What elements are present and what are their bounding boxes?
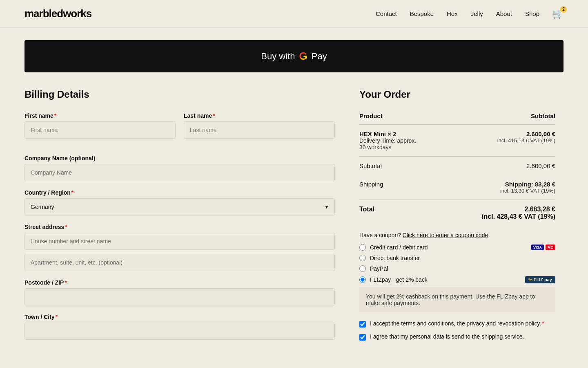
fliz-radio[interactable] [359, 276, 366, 283]
street2-input[interactable] [24, 254, 335, 271]
revocation-link[interactable]: revocation policy. [497, 320, 541, 327]
product-name: HEX Mini × 2 [359, 130, 416, 137]
nav-hex[interactable]: Hex [447, 10, 458, 17]
credit-card-label[interactable]: Credit card / debit card [370, 244, 428, 251]
credit-card-radio[interactable] [359, 244, 366, 251]
terms-checkbox[interactable] [359, 321, 366, 328]
town-label: Town / City* [24, 314, 335, 320]
gpay-banner[interactable]: Buy with G Pay [24, 40, 564, 72]
order-section: Your Order Product Subtotal HEX Mini × 2… [359, 89, 555, 348]
company-input[interactable] [24, 164, 335, 181]
fliz-pay-text: pay [544, 277, 552, 282]
subtotal-label: Subtotal [359, 162, 382, 169]
postcode-group: Postcode / ZIP* [24, 279, 335, 305]
postcode-required: * [65, 279, 67, 286]
gpay-buy-text: Buy with [261, 51, 295, 62]
product-vat: incl. 415,13 € VAT (19%) [497, 137, 555, 144]
g-icon: G [299, 50, 307, 63]
first-name-required: * [54, 112, 56, 119]
nav-shop[interactable]: Shop [525, 10, 539, 17]
country-select-wrapper: Germany Austria Switzerland ▼ [24, 198, 335, 215]
last-name-input[interactable] [184, 121, 335, 139]
main-layout: Billing Details First name* Last name* C… [0, 72, 588, 364]
town-group: Town / City* [24, 314, 335, 340]
payment-credit-card: Credit card / debit card VISA MC [359, 244, 555, 251]
fliz-badge: % FLIZ pay [525, 276, 555, 283]
nav-about[interactable]: About [496, 10, 512, 17]
company-label: Company Name (optional) [24, 155, 335, 162]
cart-badge: 2 [560, 6, 567, 13]
product-info: HEX Mini × 2 Delivery Time: approx. 30 w… [359, 130, 416, 150]
shipping-price: Shipping: 83,28 € incl. 13,30 € VAT (19%… [500, 181, 555, 194]
header: marbledworks Contact Bespoke Hex Jelly A… [0, 0, 588, 28]
nav-jelly[interactable]: Jelly [471, 10, 483, 17]
postcode-input[interactable] [24, 288, 335, 305]
terms-link[interactable]: terms and conditions [401, 320, 454, 327]
total-price: 2.683,28 € incl. 428,43 € VAT (19%) [482, 206, 555, 220]
coupon-text: Have a coupon? [359, 232, 401, 238]
shipping-label: Shipping [359, 181, 383, 188]
country-group: Country / Region* Germany Austria Switze… [24, 189, 335, 215]
name-row: First name* Last name* [24, 112, 335, 147]
shipping-row: Shipping Shipping: 83,28 € incl. 13,30 €… [359, 175, 555, 200]
first-name-group: First name* [24, 112, 176, 139]
street-label: Street address* [24, 224, 335, 230]
gpay-logo: G [299, 50, 307, 63]
privacy-link[interactable]: privacy [467, 320, 485, 327]
product-detail2: 30 workdays [359, 144, 416, 150]
payment-bank-transfer: Direct bank transfer [359, 255, 555, 261]
town-input[interactable] [24, 323, 335, 340]
data-consent-checkbox[interactable] [359, 334, 366, 341]
coupon-link[interactable]: Click here to enter a coupon code [403, 232, 488, 238]
company-group: Company Name (optional) [24, 155, 335, 181]
last-name-required: * [213, 112, 215, 119]
bank-transfer-label[interactable]: Direct bank transfer [370, 255, 420, 261]
subtotal-price: 2.600,00 € [526, 162, 555, 169]
fliz-info-text: You will get 2% cashback on this payment… [366, 293, 535, 306]
last-name-label: Last name* [184, 112, 335, 119]
payment-paypal: PayPal [359, 265, 555, 272]
payment-methods: Credit card / debit card VISA MC Direct … [359, 244, 555, 283]
last-name-group: Last name* [184, 112, 335, 139]
billing-section: Billing Details First name* Last name* C… [24, 89, 335, 348]
checkbox-terms-row: I accept the terms and conditions, the p… [359, 320, 555, 328]
cart-button[interactable]: 🛒 2 [552, 9, 564, 19]
bank-transfer-radio[interactable] [359, 255, 366, 261]
gpay-pay-text: Pay [312, 51, 327, 62]
logo[interactable]: marbledworks [24, 7, 91, 20]
order-title: Your Order [359, 89, 555, 100]
first-name-label: First name* [24, 112, 176, 119]
fliz-text: FLIZ [534, 277, 543, 282]
card-icons: VISA MC [531, 245, 555, 250]
street-group: Street address* [24, 224, 335, 271]
postcode-label: Postcode / ZIP* [24, 279, 335, 286]
street-required: * [65, 224, 67, 230]
country-label: Country / Region* [24, 189, 335, 196]
street-input[interactable] [24, 233, 335, 250]
total-row: Total 2.683,28 € incl. 428,43 € VAT (19%… [359, 200, 555, 226]
shipping-main-price: Shipping: 83,28 € [500, 181, 555, 188]
shipping-vat: incl. 13,30 € VAT (19%) [500, 188, 555, 194]
col-subtotal: Subtotal [531, 112, 555, 119]
payment-fliz: FLIZpay - get 2% back % FLIZ pay [359, 276, 555, 283]
fliz-percent: % [528, 277, 532, 282]
nav-bespoke[interactable]: Bespoke [410, 10, 434, 17]
checkbox-data-row: I agree that my personal data is send to… [359, 333, 555, 341]
product-detail1: Delivery Time: approx. [359, 137, 416, 144]
order-header: Product Subtotal [359, 112, 555, 124]
country-select[interactable]: Germany Austria Switzerland [24, 198, 335, 215]
paypal-radio[interactable] [359, 265, 366, 272]
fliz-info-box: You will get 2% cashback on this payment… [359, 287, 555, 312]
total-label: Total [359, 206, 374, 213]
mastercard-icon: MC [546, 245, 555, 250]
subtotal-row: Subtotal 2.600,00 € [359, 157, 555, 175]
nav: Contact Bespoke Hex Jelly About Shop 🛒 2 [376, 9, 564, 19]
first-name-input[interactable] [24, 121, 176, 139]
visa-icon: VISA [531, 245, 544, 250]
paypal-label[interactable]: PayPal [370, 265, 388, 272]
checkbox-required: * [542, 320, 544, 327]
fliz-label[interactable]: FLIZpay - get 2% back [370, 276, 428, 283]
nav-contact[interactable]: Contact [376, 10, 397, 17]
product-row: HEX Mini × 2 Delivery Time: approx. 30 w… [359, 125, 555, 156]
town-required: * [56, 314, 58, 320]
